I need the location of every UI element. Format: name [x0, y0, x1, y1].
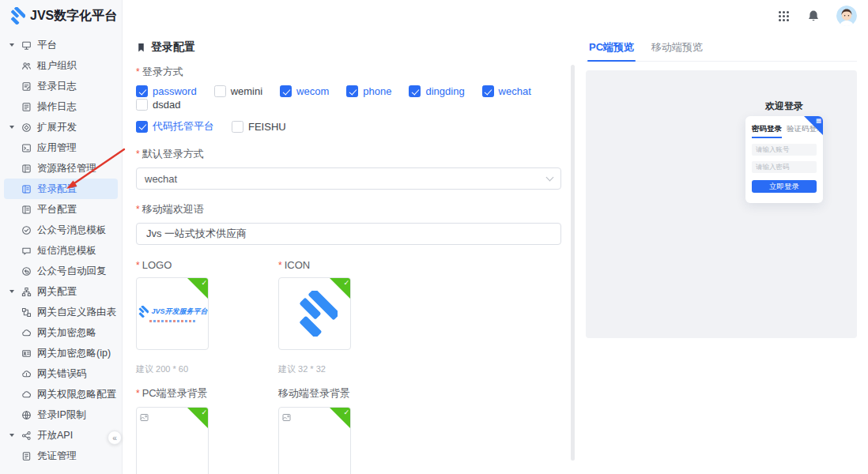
checkbox-icon[interactable]: [214, 85, 226, 97]
sidebar-item-label: 扩展开发: [37, 121, 77, 134]
bookmark-icon: [136, 42, 146, 53]
checkbox-label: dsdad: [153, 99, 180, 111]
message-icon: [21, 246, 32, 256]
sidebar-item-credential-management[interactable]: 凭证管理: [4, 446, 118, 466]
sidebar-item-label: 公众号消息模板: [37, 224, 107, 237]
login-method-dingding[interactable]: dingding: [409, 85, 464, 97]
logo-upload-box[interactable]: JVS开发服务平台 ✓: [136, 277, 209, 350]
tab-password-login[interactable]: 密码登录: [752, 124, 782, 138]
login-method-wemini[interactable]: wemini: [214, 85, 262, 97]
chevron-down-icon: [546, 173, 554, 181]
sidebar-item-gateway-encrypt-ignore-ip[interactable]: 网关加密忽略(ip): [4, 343, 118, 363]
preview-password-input[interactable]: 请输入密码: [752, 161, 817, 173]
checkbox-label: password: [153, 85, 197, 97]
caret-down-icon[interactable]: [9, 434, 14, 437]
page-title: 登录配置: [136, 40, 561, 55]
sidebar-item-gateway-encrypt-ignore[interactable]: 网关加密忽略: [4, 322, 118, 343]
bell-icon[interactable]: [806, 9, 821, 23]
sidebar-item-platform[interactable]: 平台: [4, 35, 118, 55]
vertical-scrollbar[interactable]: [571, 65, 575, 461]
sidebar-item-label: 资源路径管理: [37, 162, 96, 175]
checkbox-icon[interactable]: [280, 85, 292, 97]
caret-down-icon[interactable]: [9, 126, 14, 129]
logo-hint: 建议 200 * 60: [136, 363, 209, 375]
logo-tagline: [149, 320, 195, 322]
preview-tabs: PC端预览 移动端预览: [586, 32, 857, 62]
apps-grid-icon[interactable]: [776, 9, 791, 23]
checkbox-icon[interactable]: [232, 121, 243, 133]
qrcode-login-icon[interactable]: ▦: [804, 116, 823, 135]
sidebar-item-mp-message-template[interactable]: 公众号消息模板: [4, 220, 118, 240]
login-method-wechat[interactable]: wechat: [482, 85, 531, 97]
upload-success-check-icon: ✓: [330, 408, 350, 428]
checkbox-icon[interactable]: [482, 85, 494, 97]
user-avatar[interactable]: [836, 6, 857, 26]
login-method-password[interactable]: password: [136, 85, 197, 97]
sidebar-item-gateway-config[interactable]: 网关配置: [4, 281, 118, 302]
log-edit-icon: [21, 81, 32, 92]
sidebar-item-sms-message-template[interactable]: 短信消息模板: [4, 240, 118, 261]
sidebar-item-login-ip-limit[interactable]: 登录IP限制: [4, 404, 118, 425]
checkbox-icon[interactable]: [136, 99, 148, 111]
tab-mobile-preview[interactable]: 移动端预览: [650, 37, 704, 61]
preview-login-button[interactable]: 立即登录: [752, 180, 817, 193]
checkbox-icon[interactable]: [136, 121, 148, 133]
mobile-bg-upload-box[interactable]: ✓: [278, 407, 351, 474]
cloud-icon: [21, 389, 32, 400]
caret-down-icon[interactable]: [9, 43, 14, 47]
idcard-icon: [21, 348, 32, 359]
compass-icon: [21, 122, 32, 133]
broken-image-icon: [282, 411, 291, 425]
sidebar-item-gateway-error-code[interactable]: 网关错误码: [4, 363, 118, 384]
mobile-welcome-label: * 移动端欢迎语: [136, 202, 561, 216]
checkbox-icon[interactable]: [409, 85, 421, 97]
preview-account-input[interactable]: 请输入账号: [752, 144, 817, 156]
sidebar-item-gateway-permission-ignore[interactable]: 网关权限忽略配置: [4, 384, 118, 404]
brand-name: JVS数字化平台: [30, 8, 117, 24]
checkbox-icon[interactable]: [136, 85, 148, 97]
sidebar-item-label: 应用管理: [37, 141, 77, 155]
sidebar-item-label: 登录IP限制: [37, 408, 86, 422]
preview-welcome-title: 欢迎登录: [745, 100, 823, 113]
login-methods-label: * 登录方式: [136, 65, 561, 79]
login-method-feishu[interactable]: FEISHU: [232, 119, 286, 134]
default-method-select[interactable]: wechat: [136, 167, 561, 190]
sidebar-item-label: 网关加密忽略: [37, 326, 96, 340]
sidebar-collapse-button[interactable]: «: [108, 431, 122, 445]
login-method-dsdad[interactable]: dsdad: [136, 99, 180, 111]
required-asterisk: *: [136, 66, 140, 77]
checkbox-label: wechat: [499, 85, 531, 97]
sidebar-item-tenant-org[interactable]: 租户组织: [4, 55, 118, 76]
login-method-code-hosting[interactable]: 代码托管平台: [136, 119, 214, 134]
logo-preview-text: JVS开发服务平台: [151, 307, 207, 317]
pc-bg-upload-box[interactable]: ✓: [136, 407, 209, 474]
sidebar-item-open-api[interactable]: 开放API: [4, 425, 118, 446]
sidebar-item-label: 网关错误码: [37, 367, 87, 381]
login-method-wecom[interactable]: wecom: [280, 85, 329, 97]
login-methods-row-1: passwordweminiwecomphonedingdingwechatds…: [136, 85, 561, 112]
sidebar-item-operation-log[interactable]: 操作日志: [4, 96, 118, 117]
sidebar-item-label: 操作日志: [37, 100, 77, 114]
log-doc-icon: [21, 102, 32, 112]
route-icon: [21, 307, 32, 318]
users-icon: [21, 61, 32, 71]
logo-label: * LOGO: [136, 259, 209, 271]
mobile-welcome-input[interactable]: [145, 228, 553, 241]
icon-label: * ICON: [278, 259, 351, 271]
tab-pc-preview[interactable]: PC端预览: [587, 37, 636, 61]
login-method-phone[interactable]: phone: [346, 85, 391, 97]
cloud-icon: [21, 328, 32, 338]
sidebar-item-platform-config[interactable]: 平台配置: [4, 199, 118, 220]
sidebar-item-extension-dev[interactable]: 扩展开发: [4, 117, 118, 137]
sidebar-item-login-log[interactable]: 登录日志: [4, 76, 118, 96]
icon-upload-box[interactable]: ✓: [278, 277, 351, 350]
pc-bg-label: * PC端登录背景: [136, 386, 209, 401]
caret-down-icon[interactable]: [9, 290, 14, 293]
sidebar-item-app-management[interactable]: 应用管理: [4, 137, 118, 158]
sidebar-item-resource-path[interactable]: 资源路径管理: [4, 158, 118, 179]
sidebar-item-login-config[interactable]: 登录配置: [4, 179, 118, 199]
pc-preview-stage: 欢迎登录 ▦ 密码登录 验证码登录 请输入账号 请输入密码 立即登录: [586, 70, 857, 338]
sidebar-item-gateway-custom-route[interactable]: 网关自定义路由表: [4, 302, 118, 322]
checkbox-icon[interactable]: [346, 85, 358, 97]
sidebar-item-mp-auto-reply[interactable]: 公众号自动回复: [4, 261, 118, 281]
